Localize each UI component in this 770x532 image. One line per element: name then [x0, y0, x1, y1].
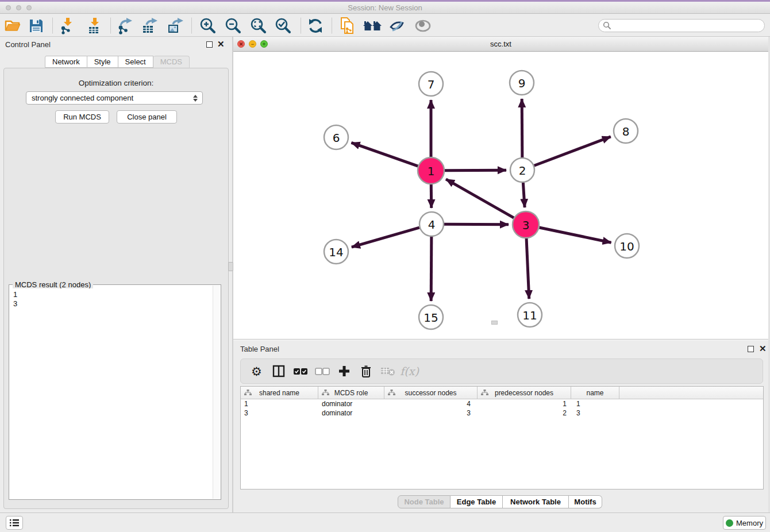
hide-selected-icon[interactable] [387, 16, 407, 36]
table-toolbar: ⚙ [240, 358, 763, 384]
tab-edge-table[interactable]: Edge Table [451, 495, 503, 508]
node-label: 8 [622, 125, 630, 138]
graph-node-2[interactable]: 2 [510, 158, 534, 182]
cell-shared-name[interactable]: 3 [241, 408, 318, 418]
status-bar: Memory [0, 512, 770, 532]
edge-1-2[interactable] [445, 170, 506, 171]
cell-name[interactable]: 3 [571, 408, 619, 418]
window-titlebar: Session: New Session [0, 2, 770, 14]
select-all-rows-icon[interactable] [292, 363, 309, 380]
network-table-splitter-handle[interactable] [491, 321, 498, 325]
import-network-icon[interactable] [58, 16, 78, 36]
result-scrollbar[interactable] [213, 286, 220, 499]
open-session-icon[interactable] [3, 16, 22, 36]
control-panel-float-button[interactable] [206, 41, 213, 48]
delete-columns-icon[interactable] [379, 363, 396, 380]
table-row[interactable]: 3 dominator 3 2 3 [241, 408, 763, 418]
select-stepper-icon [192, 94, 199, 103]
task-history-button[interactable] [6, 516, 23, 530]
graph-node-14[interactable]: 14 [324, 240, 348, 264]
graph-node-3[interactable]: 3 [513, 211, 539, 238]
import-table-icon[interactable] [85, 16, 105, 36]
tab-style[interactable]: Style [87, 56, 118, 68]
add-row-icon[interactable] [336, 363, 352, 380]
table-header-row: shared name MCDS role successor nodes pr… [241, 387, 763, 399]
memory-button[interactable]: Memory [723, 516, 766, 530]
function-builder-icon[interactable]: f(x) [401, 363, 418, 380]
edge-4-3[interactable] [444, 224, 509, 225]
network-window-titlebar[interactable]: ✕ − + scc.txt [233, 37, 768, 52]
table-panel: Table Panel ✕ ⚙ [233, 340, 768, 512]
edge-2-8[interactable] [534, 137, 611, 165]
cell-mcds-role[interactable]: dominator [318, 399, 384, 408]
network-window-title: scc.txt [233, 40, 768, 48]
tab-motifs[interactable]: Motifs [569, 495, 602, 508]
edge-4-15[interactable] [431, 237, 432, 301]
close-panel-button[interactable]: Close panel [117, 110, 177, 124]
tab-network[interactable]: Network [45, 56, 87, 68]
column-header-successor-nodes[interactable]: successor nodes [384, 387, 478, 399]
first-neighbors-icon[interactable] [363, 16, 382, 36]
deselect-all-rows-icon[interactable] [314, 363, 330, 380]
graph-node-10[interactable]: 10 [615, 234, 639, 258]
edge-1-6[interactable] [351, 142, 418, 166]
table-settings-icon[interactable]: ⚙ [248, 363, 265, 380]
cell-successor-nodes[interactable]: 3 [384, 408, 478, 418]
tab-select[interactable]: Select [118, 56, 153, 68]
delete-rows-icon[interactable] [357, 363, 374, 380]
column-header-shared-name[interactable]: shared name [241, 387, 318, 399]
tab-mcds[interactable]: MCDS [153, 56, 190, 68]
table-row[interactable]: 1 dominator 4 1 1 [241, 399, 763, 408]
zoom-in-icon[interactable] [198, 16, 218, 36]
edge-4-14[interactable] [352, 228, 419, 247]
edge-3-1[interactable] [446, 179, 514, 218]
export-image-icon[interactable] [165, 16, 185, 36]
graph-node-7[interactable]: 7 [419, 72, 443, 96]
panel-splitter-handle[interactable] [228, 262, 233, 271]
graph-node-4[interactable]: 4 [419, 212, 444, 236]
mcds-result-list[interactable]: 1 3 [10, 288, 213, 499]
edge-3-11[interactable] [526, 238, 529, 299]
run-mcds-button[interactable]: Run MCDS [55, 110, 109, 124]
zoom-out-icon[interactable] [224, 16, 243, 36]
show-columns-icon[interactable] [270, 363, 287, 380]
graph-node-8[interactable]: 8 [614, 119, 638, 143]
list-icon [9, 519, 20, 527]
node-label: 7 [428, 78, 435, 91]
table-panel-float-button[interactable] [748, 346, 754, 352]
zoom-selected-icon[interactable] [274, 16, 293, 36]
tab-node-table[interactable]: Node Table [398, 495, 451, 508]
save-session-icon[interactable] [26, 16, 46, 36]
table-panel-close-icon[interactable]: ✕ [759, 345, 767, 353]
criterion-select[interactable]: strongly connected component [26, 91, 203, 105]
column-header-mcds-role[interactable]: MCDS role [318, 387, 384, 399]
cell-shared-name[interactable]: 1 [241, 399, 318, 408]
zoom-fit-icon[interactable] [249, 16, 268, 36]
node-label: 15 [424, 311, 438, 325]
edge-3-10[interactable] [539, 228, 611, 242]
search-input[interactable] [598, 19, 765, 32]
refresh-layout-icon[interactable] [306, 16, 325, 36]
graph-node-9[interactable]: 9 [510, 71, 534, 95]
cell-name[interactable]: 1 [571, 399, 619, 408]
show-graphics-details-icon[interactable] [413, 16, 433, 36]
edge-2-3[interactable] [523, 183, 525, 207]
cell-mcds-role[interactable]: dominator [318, 408, 384, 418]
network-canvas[interactable]: 7968124314101511 [233, 52, 768, 340]
column-header-name[interactable]: name [571, 387, 619, 399]
new-network-from-selection-icon[interactable] [337, 16, 357, 36]
graph-node-11[interactable]: 11 [518, 303, 542, 327]
export-table-icon[interactable] [140, 16, 160, 36]
graph-node-6[interactable]: 6 [324, 125, 348, 149]
cell-predecessor-nodes[interactable]: 1 [478, 399, 571, 408]
graph-node-1[interactable]: 1 [418, 157, 444, 184]
column-header-predecessor-nodes[interactable]: predecessor nodes [478, 387, 571, 399]
control-panel: Control Panel ✕ Network Style Select MCD… [0, 37, 232, 512]
cell-predecessor-nodes[interactable]: 2 [478, 408, 571, 418]
control-panel-close-icon[interactable]: ✕ [217, 40, 225, 48]
cell-successor-nodes[interactable]: 4 [384, 399, 478, 408]
tab-network-table[interactable]: Network Table [503, 495, 569, 508]
graph-node-15[interactable]: 15 [419, 305, 443, 329]
edge-2-9[interactable] [522, 99, 522, 157]
export-network-icon[interactable] [116, 16, 135, 36]
